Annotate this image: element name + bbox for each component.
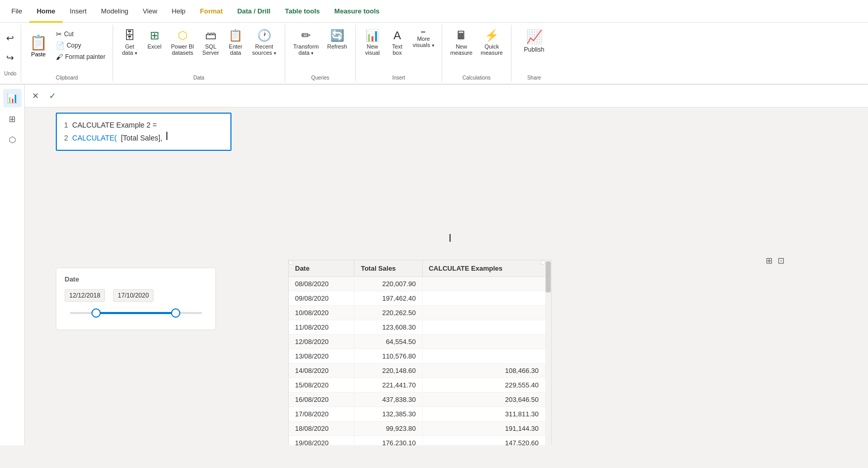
- clipboard-group: 📋 Paste ✂ Cut 📄 Copy 🖌 Format painter: [21, 25, 113, 82]
- end-date-input[interactable]: 17/10/2020: [113, 289, 153, 302]
- table-row: 12/08/2020 64,554.50: [289, 335, 551, 349]
- cell-date: 13/08/2020: [289, 349, 354, 364]
- start-date-input[interactable]: 12/12/2018: [65, 289, 105, 302]
- slider-thumb-left[interactable]: [91, 308, 101, 318]
- undo-button[interactable]: ↩: [4, 30, 16, 46]
- format-painter-icon: 🖌: [56, 53, 63, 61]
- paste-icon: 📋: [29, 34, 48, 51]
- cell-total-sales: 221,441.70: [354, 378, 422, 393]
- cell-calc-ex: [422, 291, 545, 306]
- measure-formula-box[interactable]: 1 CALCULATE Example 2 = 2 CALCULATE( [To…: [56, 113, 231, 151]
- slider-fill: [96, 312, 176, 314]
- tab-table-tools[interactable]: Table tools: [277, 0, 327, 23]
- data-group: 🗄 Getdata ▾ ⊞ Excel ⬡ Power BIdatasets 🗃…: [113, 25, 285, 82]
- format-painter-button[interactable]: 🖌 Format painter: [53, 52, 109, 62]
- formula-input[interactable]: [63, 92, 864, 100]
- date-slider-track: [70, 312, 202, 314]
- publish-button[interactable]: 📈 Publish: [516, 27, 552, 55]
- sql-icon: 🗃: [205, 29, 216, 42]
- tab-measure-tools[interactable]: Measure tools: [327, 0, 386, 23]
- text-box-button[interactable]: A Textbox: [385, 27, 410, 58]
- cell-total-sales: 220,148.60: [354, 364, 422, 378]
- cell-calc-ex: [422, 277, 545, 291]
- new-measure-button[interactable]: 🖩 Newmeasure: [446, 27, 477, 58]
- get-data-button[interactable]: 🗄 Getdata ▾: [117, 27, 142, 58]
- more-visuals-button[interactable]: ✏ Morevisuals ▾: [410, 27, 438, 50]
- cell-date: 10/08/2020: [289, 306, 354, 320]
- table-header-row: Date Total Sales CALCULATE Examples: [289, 260, 551, 277]
- cell-calc-ex: [422, 320, 545, 335]
- scroll-thumb: [546, 261, 551, 292]
- redo-button[interactable]: ↪: [4, 50, 16, 66]
- cell-date: 15/08/2020: [289, 378, 354, 393]
- cell-total-sales: 220,007.90: [354, 277, 422, 291]
- cell-date: 12/08/2020: [289, 335, 354, 349]
- more-visuals-icon: ✏: [421, 29, 426, 36]
- slicer-title: Date: [65, 275, 207, 283]
- tab-insert[interactable]: Insert: [63, 0, 94, 23]
- share-group: 📈 Publish Share: [512, 25, 556, 82]
- cell-calc-ex: 311,811.30: [422, 407, 545, 422]
- tab-file[interactable]: File: [4, 0, 29, 23]
- col-header-date: Date: [289, 260, 354, 277]
- cell-date: 09/08/2020: [289, 291, 354, 306]
- tab-home[interactable]: Home: [29, 0, 63, 23]
- power-bi-icon: ⬡: [178, 29, 188, 42]
- table-row: 08/08/2020 220,007.90: [289, 277, 551, 291]
- sql-server-button[interactable]: 🗃 SQLServer: [198, 27, 223, 58]
- canvas-icon-1[interactable]: ⊞: [765, 255, 773, 267]
- cell-date: 19/08/2020: [289, 436, 354, 446]
- quick-measure-button[interactable]: ⚡ Quickmeasure: [476, 27, 507, 58]
- new-visual-button[interactable]: 📊 Newvisual: [360, 27, 385, 58]
- transform-data-button[interactable]: ✏ Transformdata ▾: [289, 27, 323, 58]
- sidebar-item-report[interactable]: 📊: [3, 89, 22, 107]
- table-row: 19/08/2020 176,230.10 147,520.60: [289, 436, 551, 446]
- enter-data-button[interactable]: 📋 Enterdata: [223, 27, 248, 58]
- slider-thumb-right[interactable]: [171, 308, 180, 318]
- paste-button[interactable]: 📋 Paste: [25, 32, 52, 59]
- table-row: 18/08/2020 99,923.80 191,144.30: [289, 422, 551, 436]
- ribbon: ↩ ↪ Undo 📋 Paste ✂ Cut 📄: [0, 23, 868, 85]
- tab-format[interactable]: Format: [193, 0, 230, 23]
- refresh-button[interactable]: 🔄 Refresh: [323, 27, 351, 52]
- tab-modeling[interactable]: Modeling: [94, 0, 136, 23]
- table-row: 10/08/2020 220,262.50: [289, 306, 551, 320]
- excel-button[interactable]: ⊞ Excel: [142, 27, 167, 52]
- model-icon: ⬡: [9, 135, 16, 145]
- canvas-icon-2[interactable]: ⊡: [777, 255, 785, 267]
- cell-calc-ex: 108,466.30: [422, 364, 545, 378]
- power-bi-datasets-button[interactable]: ⬡ Power BIdatasets: [167, 27, 198, 58]
- cell-date: 14/08/2020: [289, 364, 354, 378]
- tab-help[interactable]: Help: [164, 0, 193, 23]
- tab-data-drill[interactable]: Data / Drill: [230, 0, 277, 23]
- formula-confirm-button[interactable]: ✓: [46, 90, 59, 102]
- excel-icon: ⊞: [150, 29, 159, 42]
- cell-total-sales: 176,230.10: [354, 436, 422, 446]
- copy-button[interactable]: 📄 Copy: [53, 40, 109, 51]
- cell-total-sales: 197,462.40: [354, 291, 422, 306]
- tab-view[interactable]: View: [135, 0, 164, 23]
- refresh-icon: 🔄: [330, 29, 344, 42]
- col-header-calc-examples: CALCULATE Examples: [422, 260, 545, 277]
- data-table-container: Date Total Sales CALCULATE Examples 08/0…: [288, 260, 552, 445]
- table-scrollbar[interactable]: [545, 260, 551, 445]
- recent-sources-icon: 🕐: [257, 29, 271, 42]
- table-icon: ⊞: [9, 114, 16, 124]
- table-row: 15/08/2020 221,441.70 229,555.40: [289, 378, 551, 393]
- canvas: ⊞ ⊡ I 1 CALCULATE Example 2 = 2 CALCULAT…: [25, 107, 868, 445]
- report-icon: 📊: [7, 92, 18, 104]
- sidebar-item-table[interactable]: ⊞: [3, 110, 22, 128]
- undo-group: ↩ ↪ Undo: [0, 25, 21, 82]
- recent-sources-button[interactable]: 🕐 Recentsources ▾: [248, 27, 281, 58]
- resize-handle-tl[interactable]: [289, 260, 293, 264]
- new-measure-icon: 🖩: [456, 29, 467, 42]
- table-row: 13/08/2020 110,576.80: [289, 349, 551, 364]
- resize-handle-tr[interactable]: [541, 260, 545, 264]
- cell-calc-ex: 229,555.40: [422, 378, 545, 393]
- cut-button[interactable]: ✂ Cut: [53, 29, 109, 39]
- sidebar-item-model[interactable]: ⬡: [3, 130, 22, 149]
- transform-data-icon: ✏: [301, 29, 311, 42]
- cell-total-sales: 437,838.30: [354, 393, 422, 407]
- formula-cancel-button[interactable]: ✕: [29, 90, 42, 102]
- table-body: 08/08/2020 220,007.90 09/08/2020 197,462…: [289, 277, 551, 446]
